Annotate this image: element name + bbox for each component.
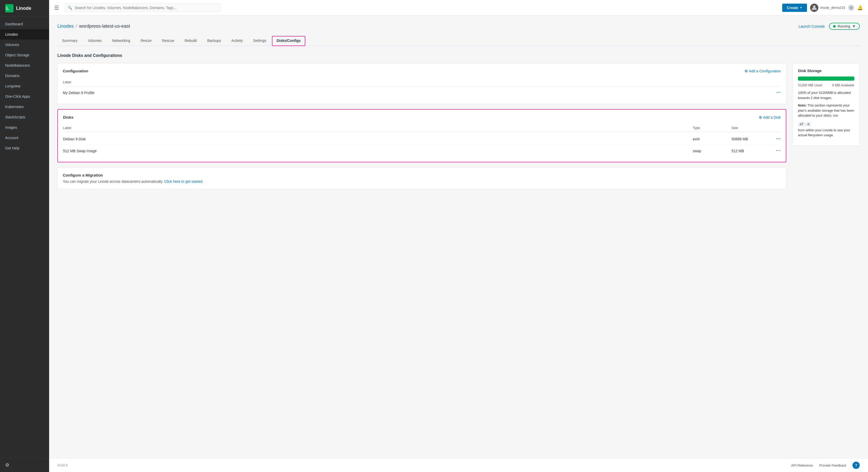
breadcrumb-parent-link[interactable]: Linodes <box>57 24 74 29</box>
add-config-plus-icon: ⊕ <box>744 68 748 73</box>
api-reference-link[interactable]: API Reference <box>791 464 813 467</box>
disk-row-1: 512 MB Swap Image swap 512 MB ··· <box>63 145 781 157</box>
storage-bar-fill <box>798 76 854 81</box>
notification-badge[interactable]: 0 <box>848 5 854 10</box>
sidebar-item-kubernetes[interactable]: Kubernetes <box>0 102 49 112</box>
disks-col-size-header: Size <box>732 126 770 130</box>
status-badge[interactable]: Running ▼ <box>829 23 860 30</box>
header-actions: Create ▼ linode_demo215 0 🔔 <box>782 4 863 12</box>
disk-menu-button-1[interactable]: ··· <box>776 148 781 154</box>
add-disk-link[interactable]: ⊕ Add a Disk <box>759 115 781 120</box>
storage-stats: 51200 MB Used 0 MB Available <box>798 83 854 87</box>
user-name: linode_demo215 <box>820 6 845 9</box>
search-bar: 🔍 <box>65 3 220 12</box>
tab-backups[interactable]: Backups <box>203 36 226 46</box>
disks-card-header: Disks ⊕ Add a Disk <box>63 115 781 120</box>
sidebar-logo-text: Linode <box>16 6 31 11</box>
hamburger-icon[interactable]: ☰ <box>54 5 59 11</box>
breadcrumb-separator: / <box>76 24 77 29</box>
storage-note: Note: This section represents your plan'… <box>798 103 854 118</box>
tab-rebuild[interactable]: Rebuild <box>180 36 202 46</box>
status-dot <box>833 25 836 28</box>
status-dropdown-arrow: ▼ <box>852 24 856 28</box>
configuration-card: Configuration ⊕ Add a Configuration Labe… <box>57 63 786 104</box>
disk-row-0: Debian 9 Disk ext4 50688 MB ··· <box>63 133 781 145</box>
two-column-layout: Configuration ⊕ Add a Configuration Labe… <box>57 63 860 189</box>
storage-available: 0 MB Available <box>832 83 854 87</box>
tab-disks-configs[interactable]: Disks/Configs <box>272 36 305 46</box>
main-content: ☰ 🔍 Create ▼ linode_demo215 0 <box>49 0 868 472</box>
tab-rescue[interactable]: Rescue <box>157 36 179 46</box>
disk-actions-1: ··· <box>770 148 781 154</box>
tab-resize[interactable]: Resize <box>136 36 156 46</box>
bell-icon[interactable]: 🔔 <box>857 5 863 10</box>
config-item-label: My Debian 9 Profile <box>63 91 776 95</box>
sidebar-item-linodes[interactable]: Linodes <box>0 29 49 39</box>
tab-volumes[interactable]: Volumes <box>83 36 106 46</box>
tab-settings[interactable]: Settings <box>248 36 271 46</box>
content-area: Linodes / wordpress-latest-us-east Launc… <box>49 15 868 458</box>
sidebar-item-dashboard[interactable]: Dashboard <box>0 19 49 29</box>
footer-version: v0.82.0 <box>57 464 67 467</box>
launch-console-button[interactable]: Launch Console <box>799 24 825 28</box>
storage-used: 51200 MB Used <box>798 83 822 87</box>
side-column: Disk Storage 51200 MB Used 0 MB Availabl… <box>793 63 860 146</box>
svg-text:L: L <box>6 6 9 11</box>
tab-activity[interactable]: Activity <box>227 36 247 46</box>
tab-summary[interactable]: Summary <box>57 36 82 46</box>
sidebar-item-stackscripts[interactable]: StackScripts <box>0 112 49 122</box>
disk-storage-card: Disk Storage 51200 MB Used 0 MB Availabl… <box>793 63 860 146</box>
sidebar-item-get-help[interactable]: Get Help <box>0 143 49 153</box>
user-info[interactable]: linode_demo215 <box>810 4 845 12</box>
breadcrumb-actions: Launch Console Running ▼ <box>799 23 860 30</box>
search-input[interactable] <box>65 3 220 12</box>
disk-storage-title: Disk Storage <box>798 68 854 73</box>
config-item-menu-button[interactable]: ··· <box>776 90 781 95</box>
linode-logo-icon: L <box>5 4 13 12</box>
sidebar: L Linode Dashboard Linodes Volumes Objec… <box>0 0 49 472</box>
disk-menu-button-0[interactable]: ··· <box>776 136 781 141</box>
footer-links: API Reference Provide Feedback ? <box>791 462 860 469</box>
create-dropdown-arrow: ▼ <box>800 6 802 9</box>
create-button[interactable]: Create ▼ <box>782 4 807 12</box>
migration-card: Configure a Migration You can migrate yo… <box>57 167 786 189</box>
disks-table-header: Label Type Size <box>63 124 781 132</box>
migration-link[interactable]: Click here to get started. <box>164 179 204 184</box>
sidebar-item-volumes[interactable]: Volumes <box>0 39 49 50</box>
config-column-header: Label <box>63 77 781 87</box>
main-column: Configuration ⊕ Add a Configuration Labe… <box>57 63 786 189</box>
storage-note-text-2: from within your Linode to see your actu… <box>798 128 854 138</box>
disks-section-title: Disks <box>63 115 73 119</box>
sidebar-nav: Dashboard Linodes Volumes Object Storage… <box>0 17 49 155</box>
sidebar-item-images[interactable]: Images <box>0 122 49 133</box>
header: ☰ 🔍 Create ▼ linode_demo215 0 <box>49 0 868 15</box>
storage-note-label: Note: <box>798 103 806 107</box>
search-icon: 🔍 <box>68 6 72 10</box>
sidebar-item-domains[interactable]: Domains <box>0 70 49 81</box>
disk-type-1: swap <box>693 149 732 153</box>
sidebar-logo: L Linode <box>0 0 49 17</box>
breadcrumb-current: wordpress-latest-us-east <box>79 24 130 29</box>
tabs-bar: Summary Volumes Networking Resize Rescue… <box>57 36 860 46</box>
add-disk-plus-icon: ⊕ <box>759 115 762 120</box>
sidebar-item-object-storage[interactable]: Object Storage <box>0 50 49 60</box>
sidebar-item-nodebalancers[interactable]: NodeBalancers <box>0 60 49 70</box>
config-item-row: My Debian 9 Profile ··· <box>63 87 781 98</box>
user-avatar <box>810 4 818 12</box>
configuration-card-header: Configuration ⊕ Add a Configuration <box>63 68 781 73</box>
sidebar-item-account[interactable]: Account <box>0 133 49 143</box>
add-configuration-link[interactable]: ⊕ Add a Configuration <box>744 68 781 73</box>
storage-command: df -h <box>798 122 811 127</box>
page-title: Linode Disks and Configurations <box>57 53 860 58</box>
disk-size-1: 512 MB <box>732 149 770 153</box>
disks-card: Disks ⊕ Add a Disk Label Type Size <box>57 109 786 162</box>
migration-description: You can migrate your Linode across datac… <box>63 179 781 184</box>
footer: v0.82.0 API Reference Provide Feedback ? <box>49 458 868 472</box>
help-button[interactable]: ? <box>852 462 860 469</box>
provide-feedback-link[interactable]: Provide Feedback <box>819 464 846 467</box>
settings-icon[interactable]: ⚙ <box>5 463 9 468</box>
storage-bar-container <box>798 76 854 81</box>
sidebar-item-one-click-apps[interactable]: One-Click Apps <box>0 91 49 102</box>
tab-networking[interactable]: Networking <box>107 36 135 46</box>
sidebar-item-longview[interactable]: Longview <box>0 81 49 91</box>
